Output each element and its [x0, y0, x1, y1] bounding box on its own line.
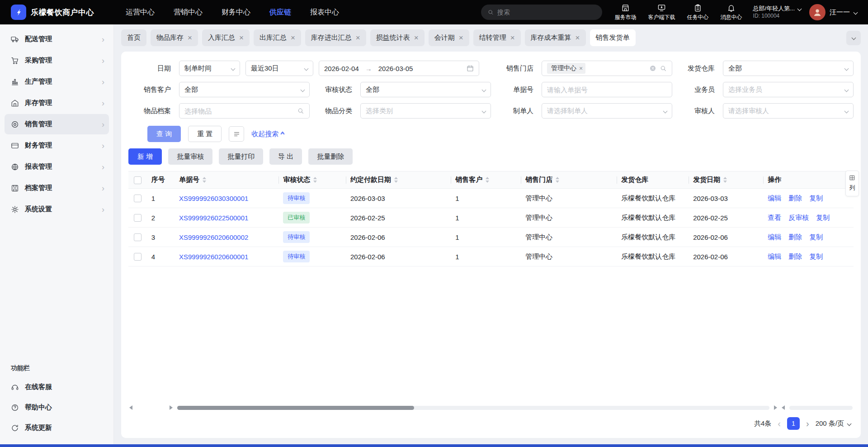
action-reverse-audit[interactable]: 反审核	[788, 214, 809, 221]
tab-carryover[interactable]: 结转管理×	[473, 29, 521, 46]
global-search-input[interactable]	[497, 9, 596, 16]
action-copy[interactable]: 复制	[809, 252, 823, 260]
date-to[interactable]: 2026-03-05	[378, 65, 413, 72]
page-size-select[interactable]: 200 条/页	[816, 419, 851, 428]
sort-icon[interactable]	[394, 177, 398, 183]
doc-no-link[interactable]: XS9999926020600001	[179, 253, 249, 261]
action-copy[interactable]: 复制	[816, 214, 830, 221]
scrollbar-track-right[interactable]	[789, 406, 853, 410]
action-delete[interactable]: 删除	[788, 194, 802, 202]
sidebar-item-settings[interactable]: 系统设置 ›	[5, 199, 109, 219]
prev-page-icon[interactable]: ‹	[778, 419, 781, 428]
row-checkbox[interactable]	[134, 195, 142, 202]
global-search[interactable]	[481, 5, 602, 20]
scrollbar-track[interactable]	[177, 406, 769, 410]
search-icon[interactable]	[660, 65, 667, 72]
item-input[interactable]	[184, 107, 293, 115]
nav-marketing[interactable]: 营销中心	[174, 8, 203, 17]
auditor-select[interactable]: 请选择审核人	[723, 103, 854, 119]
reset-button[interactable]: 重 置	[188, 126, 222, 142]
tab-outbound-summary[interactable]: 出库汇总×	[254, 29, 301, 46]
sidebar-item-inventory[interactable]: 库存管理 ›	[5, 93, 109, 113]
close-icon[interactable]: ×	[356, 34, 360, 42]
tab-inbound-summary[interactable]: 入库汇总×	[202, 29, 250, 46]
sidebar-item-online-service[interactable]: 在线客服	[5, 377, 109, 397]
col-store[interactable]: 销售门店	[521, 171, 617, 189]
category-select[interactable]: 选择类别	[360, 103, 491, 119]
nav-supply-chain[interactable]: 供应链	[269, 8, 291, 17]
quick-link-task-center[interactable]: 任务中心	[687, 4, 709, 21]
date-type-select[interactable]: 制单时间	[179, 61, 240, 76]
action-edit[interactable]: 编辑	[768, 194, 781, 202]
close-icon[interactable]: ×	[510, 34, 515, 42]
sort-icon[interactable]	[486, 177, 489, 183]
close-icon[interactable]: ×	[459, 34, 463, 42]
tab-home[interactable]: 首页	[121, 29, 146, 46]
action-delete[interactable]: 删除	[788, 233, 802, 241]
close-icon[interactable]: ×	[239, 34, 244, 42]
creator-select[interactable]: 请选择制单人	[542, 103, 672, 119]
scroll-left-icon[interactable]	[782, 405, 785, 410]
tab-cost-recalc[interactable]: 库存成本重算×	[525, 29, 586, 46]
scrollbar-thumb[interactable]	[177, 406, 414, 410]
action-edit[interactable]: 编辑	[768, 252, 781, 260]
clear-icon[interactable]	[649, 65, 656, 72]
tag-close-icon[interactable]: ×	[579, 65, 583, 71]
nav-operations[interactable]: 运营中心	[126, 8, 155, 17]
col-audit-status[interactable]: 审核状态	[278, 171, 346, 189]
column-settings-button[interactable]: 列	[845, 171, 859, 196]
action-copy[interactable]: 复制	[809, 194, 823, 202]
quick-link-message-center[interactable]: 消息中心	[721, 4, 742, 21]
sort-icon[interactable]	[203, 177, 206, 183]
close-icon[interactable]: ×	[576, 34, 580, 42]
search-icon[interactable]	[297, 107, 304, 114]
doc-no-link[interactable]: XS9999926022500001	[179, 214, 249, 222]
tab-sales-delivery[interactable]: 销售发货单	[590, 29, 636, 46]
sidebar-item-delivery[interactable]: 配送管理 ›	[5, 29, 109, 49]
org-switcher[interactable]: 总部/年轻人第... ID: 100004	[753, 5, 801, 19]
quick-link-service-market[interactable]: 服务市场	[615, 4, 637, 21]
tab-pnl-report[interactable]: 损益统计表×	[370, 29, 425, 46]
scroll-right-icon[interactable]	[774, 405, 777, 410]
batch-delete-button[interactable]: 批量删除	[308, 148, 353, 165]
doc-no-link[interactable]: XS9999926020600002	[179, 233, 249, 241]
tab-overflow-button[interactable]	[846, 31, 861, 45]
action-edit[interactable]: 编辑	[768, 233, 781, 241]
date-range-picker[interactable]: 2026-02-04 → 2026-03-05	[319, 61, 479, 76]
row-checkbox[interactable]	[134, 214, 142, 222]
sidebar-item-system-update[interactable]: 系统更新	[5, 418, 109, 438]
brand[interactable]: 乐檬餐饮商户中心	[11, 5, 124, 20]
doc-no-input[interactable]	[547, 86, 667, 94]
scroll-right-icon[interactable]	[170, 405, 173, 410]
customer-select[interactable]: 全部	[179, 82, 310, 97]
sort-icon[interactable]	[556, 177, 559, 183]
export-button[interactable]: 导 出	[269, 148, 302, 165]
close-icon[interactable]: ×	[291, 34, 295, 42]
action-view[interactable]: 查看	[768, 214, 781, 221]
item-field[interactable]	[179, 103, 310, 119]
select-all-checkbox[interactable]	[134, 176, 142, 184]
sidebar-item-purchase[interactable]: 采购管理 ›	[5, 50, 109, 71]
sidebar-item-reports[interactable]: 报表管理 ›	[5, 157, 109, 177]
quick-link-client-download[interactable]: 客户端下载	[648, 4, 675, 21]
close-icon[interactable]: ×	[414, 34, 419, 42]
close-icon[interactable]: ×	[188, 34, 192, 42]
scroll-left-icon[interactable]	[129, 405, 132, 410]
search-scheme-button[interactable]	[229, 126, 244, 142]
warehouse-select[interactable]: 全部	[723, 61, 854, 76]
add-button[interactable]: 新 增	[128, 148, 162, 165]
user-menu[interactable]: 汪一一	[809, 4, 857, 20]
doc-no-link[interactable]: XS9999926030300001	[179, 195, 249, 202]
batch-print-button[interactable]: 批量打印	[219, 148, 263, 165]
sidebar-item-finance[interactable]: 财务管理 ›	[5, 135, 109, 156]
sidebar-item-sales[interactable]: 销售管理 ›	[5, 114, 109, 134]
query-button[interactable]: 查 询	[147, 126, 181, 142]
store-filter[interactable]: 管理中心 ×	[542, 61, 672, 76]
sort-icon[interactable]	[723, 177, 727, 183]
sort-icon[interactable]	[313, 177, 317, 183]
date-preset-select[interactable]: 最近30日	[245, 61, 313, 76]
audit-status-select[interactable]: 全部	[360, 82, 491, 97]
next-page-icon[interactable]: ›	[806, 419, 809, 428]
sidebar-item-help-center[interactable]: 帮助中心	[5, 397, 109, 418]
page-number[interactable]: 1	[787, 417, 800, 430]
